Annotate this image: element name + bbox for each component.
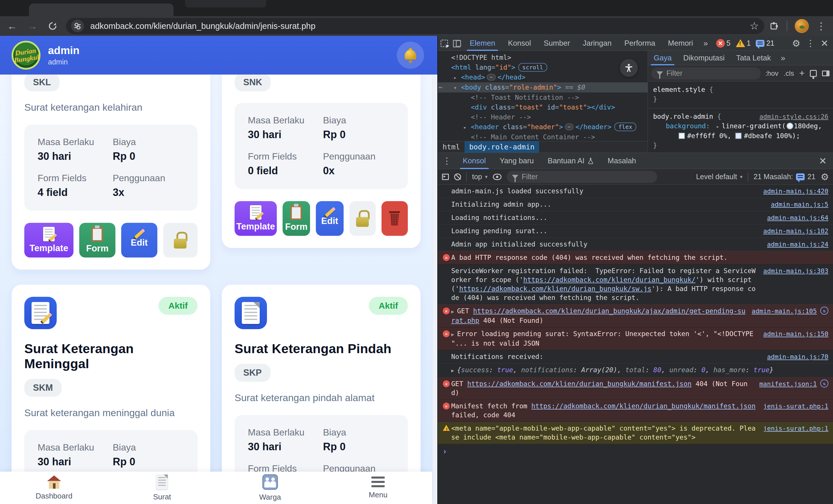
source-location-link[interactable]: admin-main.js:420: [763, 187, 828, 196]
drawer-close-icon[interactable]: ✕: [819, 155, 833, 167]
issues-count-badge[interactable]: 21: [756, 39, 774, 47]
nav-item-dashboard[interactable]: Dashboard: [0, 472, 108, 504]
template-button[interactable]: Template: [235, 201, 277, 236]
console-message-obj[interactable]: ▶{success: true, notifications: Array(20…: [438, 363, 833, 377]
console-message-error[interactable]: ✕▶GET https://adkomback.com/klien/durian…: [438, 305, 833, 327]
breadcrumb-body.role-admin[interactable]: body.role-admin: [465, 141, 539, 153]
class-toggle[interactable]: .cls: [784, 69, 794, 77]
console-filter-input[interactable]: Filter: [507, 171, 657, 183]
devtools-menu-icon[interactable]: ⋮: [806, 38, 815, 48]
inspect-element-icon[interactable]: [438, 40, 451, 47]
error-count-badge[interactable]: ✕5: [716, 39, 731, 48]
drawer-tab-bantuan-ai[interactable]: Bantuan AI: [541, 153, 601, 169]
styles-tab-dikomputasi[interactable]: Dikomputasi: [677, 51, 730, 65]
console-message-log[interactable]: Initializing admin app...admin-main.js:5: [438, 198, 833, 211]
drawer-tab-masalah[interactable]: Masalah: [601, 153, 643, 169]
breadcrumb-html[interactable]: html: [438, 143, 465, 151]
gradient-swatch[interactable]: [786, 123, 793, 129]
source-location-link[interactable]: jenis-surat.php:1: [763, 402, 828, 411]
dom-badge-flex[interactable]: flex: [614, 123, 636, 131]
console-link[interactable]: https://adkomback.com/klien/durian_bungk…: [523, 276, 695, 283]
dom-node[interactable]: <div class="toast" id="toast"></div>: [438, 102, 648, 112]
tab-elemen[interactable]: Elemen: [463, 36, 502, 51]
trash-button[interactable]: [381, 201, 408, 236]
extensions-icon[interactable]: [769, 21, 779, 31]
dom-node[interactable]: <!-- Main Content Container -->: [438, 132, 648, 141]
console-prompt[interactable]: ›: [438, 444, 833, 459]
xhr-badge-icon[interactable]: ⇅: [820, 307, 828, 315]
log-level-selector[interactable]: Level default▾: [696, 173, 742, 181]
dom-badge-scroll[interactable]: scroll: [518, 63, 547, 72]
clear-console-icon[interactable]: [454, 173, 461, 180]
expand-dots[interactable]: ⋯: [565, 123, 574, 130]
issues-link[interactable]: 21 Masalah:21: [754, 173, 815, 181]
form-button[interactable]: Form: [283, 201, 310, 236]
dom-node[interactable]: <html lang="id">scroll: [438, 62, 648, 72]
dom-node[interactable]: ▸<header class="header">⋯</header>flex: [438, 122, 648, 132]
nav-item-surat[interactable]: Surat: [108, 472, 216, 504]
console-message-error[interactable]: ✕A bad HTTP response code (404) was rece…: [438, 251, 833, 264]
console-message-log[interactable]: Loading pending surat...admin-main.js:10…: [438, 225, 833, 238]
form-button[interactable]: Form: [79, 223, 115, 257]
dom-node[interactable]: ▸<head>⋯</head>: [438, 72, 648, 82]
color-swatch[interactable]: [735, 133, 742, 139]
expand-triangle-icon[interactable]: ▶: [451, 331, 454, 337]
tab-sumber[interactable]: Sumber: [538, 36, 576, 51]
console-message-log[interactable]: Loading notifications...admin-main.js:64: [438, 211, 833, 225]
console-settings-icon[interactable]: ⚙: [820, 171, 829, 182]
expand-triangle-icon[interactable]: ▶: [451, 309, 454, 314]
console-link[interactable]: https://adkomback.com/klien/durian_bungk…: [531, 402, 756, 410]
console-sidebar-icon[interactable]: [442, 174, 449, 180]
nav-item-warga[interactable]: Warga: [216, 472, 324, 504]
console-message-log[interactable]: Admin app initialized successfullyadmin-…: [438, 238, 833, 251]
stylesheet-link[interactable]: admin-style.css:26: [760, 112, 828, 121]
source-location-link[interactable]: jenis-surat.php:1: [763, 424, 828, 433]
dom-node[interactable]: ⋯▾<body class="role-admin"> == $0: [438, 82, 648, 93]
url-text[interactable]: adkomback.com/klien/durian_bungkuk/admin…: [90, 21, 746, 31]
live-expression-icon[interactable]: [493, 174, 502, 180]
expand-arrow[interactable]: ▸: [454, 73, 461, 82]
devtools-settings-icon[interactable]: ⚙: [792, 38, 801, 49]
template-button[interactable]: Template: [24, 223, 73, 257]
page-scrollbar[interactable]: [432, 36, 437, 504]
more-tabs-icon[interactable]: »: [699, 39, 712, 48]
source-location-link[interactable]: manifest.json:1: [759, 379, 817, 388]
color-swatch[interactable]: [679, 133, 685, 139]
source-location-link[interactable]: admin-main.js:70: [767, 352, 828, 361]
drawer-tab-konsol[interactable]: Konsol: [456, 153, 493, 169]
context-selector[interactable]: top▾: [472, 173, 487, 181]
dom-node[interactable]: <!-- Toast Notification -->: [438, 93, 648, 102]
profile-avatar[interactable]: [795, 19, 809, 33]
notifications-button[interactable]: [397, 42, 424, 69]
styles-tab-tata-letak[interactable]: Tata Letak: [730, 51, 777, 65]
expand-arrow[interactable]: ▾: [454, 83, 461, 93]
console-message-warn[interactable]: <meta name="apple-mobile-web-app-capable…: [438, 422, 833, 444]
edit-button[interactable]: Edit: [316, 201, 343, 236]
bookmark-star-icon[interactable]: ☆: [750, 20, 759, 32]
console-link[interactable]: https://adkomback.com/klien/durian_bungk…: [459, 285, 652, 293]
warning-count-badge[interactable]: 1: [736, 39, 751, 47]
source-location-link[interactable]: admin-main.js:5: [771, 200, 828, 209]
styles-tab-gaya[interactable]: Gaya: [648, 51, 677, 65]
console-message-error[interactable]: ✕GET https://adkomback.com/klien/durian_…: [438, 377, 833, 400]
source-location-link[interactable]: admin-main.js:102: [763, 227, 828, 235]
expand-dots[interactable]: ⋯: [487, 74, 496, 81]
reload-icon[interactable]: [45, 18, 61, 34]
nav-item-menu[interactable]: Menu: [324, 472, 432, 504]
forward-icon[interactable]: →: [24, 18, 41, 34]
console-link[interactable]: https://adkomback.com/klien/durian_bungk…: [467, 380, 691, 387]
back-icon[interactable]: ←: [4, 18, 20, 34]
console-message-error[interactable]: ✕▶Error loading pending surat: SyntaxErr…: [438, 327, 833, 350]
console-message-log[interactable]: admin-main.js loaded successfullyadmin-m…: [438, 185, 833, 198]
browser-menu-icon[interactable]: ⋮: [816, 20, 826, 32]
browser-tab[interactable]: [29, 3, 173, 16]
lock-button[interactable]: [350, 201, 376, 236]
tab-jaringan[interactable]: Jaringan: [576, 36, 618, 51]
source-location-link[interactable]: admin-main.js:150: [763, 329, 828, 338]
drawer-tab-yang-baru[interactable]: Yang baru: [493, 153, 541, 169]
pseudo-state-toggle[interactable]: :hov: [765, 69, 778, 77]
xhr-badge-icon[interactable]: ⇅: [820, 379, 828, 387]
tab-konsol[interactable]: Konsol: [502, 36, 538, 51]
device-toolbar-icon[interactable]: [451, 40, 463, 47]
dom-node[interactable]: <!-- Header -->: [438, 112, 648, 122]
